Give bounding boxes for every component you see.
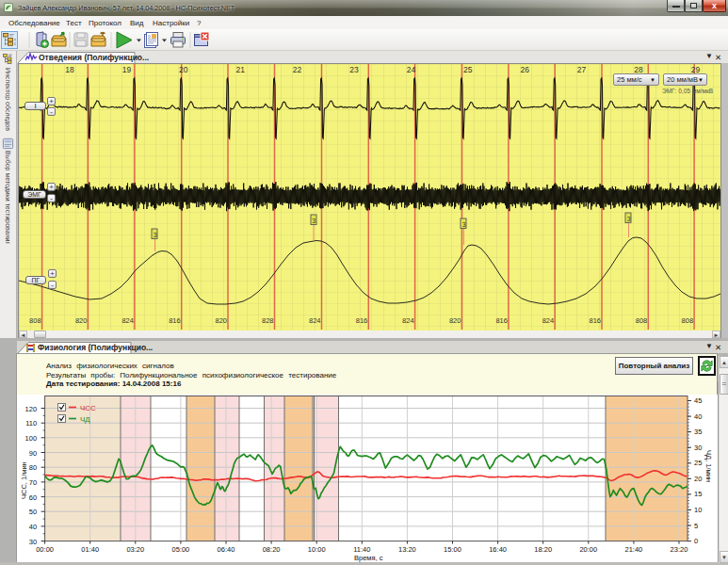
svg-text:20: 20 (179, 65, 188, 74)
svg-text:23:20: 23:20 (671, 545, 688, 554)
svg-text:ЧД: ЧД (80, 415, 90, 424)
svg-text:3: 3 (154, 232, 157, 238)
svg-text:11:40: 11:40 (353, 545, 370, 554)
svg-text:820: 820 (215, 316, 227, 325)
svg-text:05:00: 05:00 (172, 545, 190, 554)
svg-text:90: 90 (29, 449, 37, 458)
svg-text:23: 23 (349, 65, 359, 74)
svg-text:22: 22 (293, 65, 302, 74)
svg-text:808: 808 (682, 316, 694, 325)
svg-text:816: 816 (589, 316, 601, 325)
svg-text:16:40: 16:40 (489, 545, 507, 554)
svg-text:60: 60 (29, 493, 37, 502)
svg-text:00:00: 00:00 (36, 545, 54, 554)
svg-text:35: 35 (694, 428, 702, 436)
svg-text:03:20: 03:20 (126, 545, 144, 554)
svg-text:110: 110 (25, 419, 37, 428)
svg-text:18:20: 18:20 (534, 545, 552, 554)
svg-text:20: 20 (694, 475, 702, 483)
svg-text:19: 19 (122, 65, 132, 74)
svg-text:10:00: 10:00 (308, 545, 326, 554)
svg-text:40: 40 (29, 523, 37, 531)
svg-text:13:20: 13:20 (398, 545, 416, 554)
svg-text:808: 808 (636, 316, 648, 325)
svg-text:26: 26 (520, 65, 529, 74)
svg-text:Время, с: Время, с (354, 554, 383, 562)
svg-text:824: 824 (402, 316, 414, 325)
svg-text:30: 30 (694, 444, 702, 452)
svg-text:816: 816 (169, 316, 181, 325)
svg-text:828: 828 (262, 316, 274, 325)
svg-text:01:40: 01:40 (81, 545, 99, 554)
svg-text:20:00: 20:00 (579, 545, 597, 554)
svg-text:08:20: 08:20 (263, 545, 281, 554)
svg-text:824: 824 (542, 316, 555, 325)
svg-text:824: 824 (309, 316, 321, 325)
svg-text:5: 5 (694, 522, 698, 530)
svg-text:40: 40 (694, 412, 702, 421)
svg-text:ЧСС: ЧСС (80, 404, 96, 412)
svg-text:10: 10 (694, 506, 702, 514)
svg-text:18: 18 (65, 65, 74, 74)
svg-text:3: 3 (462, 221, 466, 228)
svg-text:25: 25 (463, 65, 473, 74)
svg-text:80: 80 (29, 463, 37, 472)
svg-text:21: 21 (235, 65, 245, 74)
svg-text:3: 3 (627, 216, 631, 222)
svg-text:120: 120 (25, 405, 38, 413)
svg-text:21:40: 21:40 (625, 545, 643, 554)
svg-text:816: 816 (356, 316, 368, 325)
svg-text:3: 3 (312, 218, 315, 224)
svg-text:808: 808 (29, 316, 41, 325)
svg-text:27: 27 (577, 65, 587, 74)
svg-text:15:00: 15:00 (444, 545, 461, 554)
svg-text:824: 824 (121, 316, 134, 325)
svg-text:50: 50 (29, 508, 37, 516)
svg-text:45: 45 (694, 396, 702, 405)
svg-text:15: 15 (694, 490, 702, 498)
svg-text:24: 24 (407, 65, 416, 74)
svg-text:70: 70 (29, 478, 37, 487)
svg-text:820: 820 (449, 316, 461, 325)
svg-text:820: 820 (75, 316, 88, 325)
svg-text:0: 0 (694, 537, 698, 545)
svg-text:25: 25 (694, 459, 702, 467)
svg-text:816: 816 (495, 316, 508, 325)
svg-text:06:40: 06:40 (218, 545, 235, 554)
